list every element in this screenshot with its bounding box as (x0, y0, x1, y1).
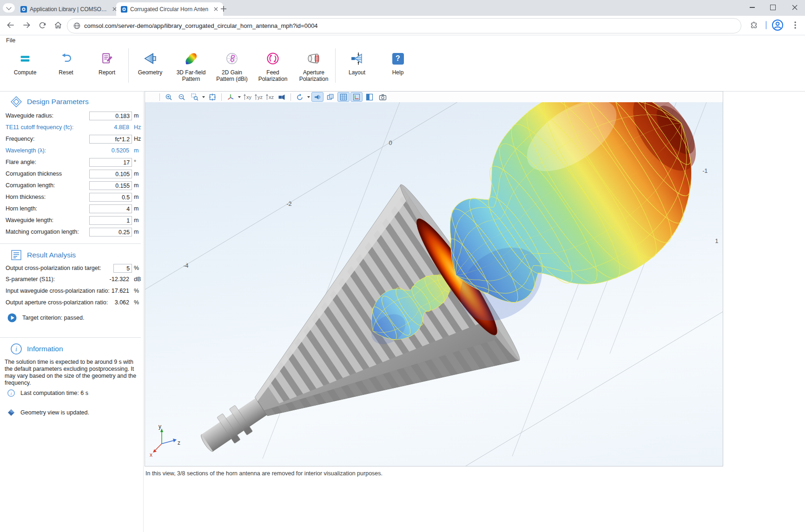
window-maximize-button[interactable] (764, 0, 782, 15)
invert-background-button[interactable] (363, 92, 376, 102)
cross-polarization-target-input[interactable] (113, 264, 132, 273)
param-row: Output cross-polarization ratio target: … (6, 264, 141, 273)
result-row: Output aperture cross-polarization ratio… (6, 298, 141, 308)
default-view-button[interactable] (224, 92, 237, 102)
file-menu[interactable]: File (6, 37, 15, 44)
param-row: Horn thickness: m (6, 193, 141, 202)
panel-divider (143, 91, 144, 532)
param-row: Horn length: m (6, 204, 141, 214)
horn-thickness-input[interactable] (89, 193, 132, 202)
result-analysis-icon (10, 249, 22, 261)
feed-polarization-icon (266, 49, 280, 68)
tab-search-button[interactable] (3, 3, 15, 13)
zoom-extents-icon (209, 93, 216, 101)
url-text: comsol.com/server-demo/app/library_corru… (84, 22, 318, 29)
information-note: The solution time is expected to be arou… (5, 359, 138, 387)
view-xy-button[interactable]: xy (242, 94, 253, 100)
help-button[interactable]: ? Help (377, 46, 418, 87)
rotate-dropdown[interactable] (307, 96, 310, 98)
extensions-button[interactable] (747, 19, 760, 32)
frequency-input[interactable] (89, 135, 132, 144)
report-button[interactable]: Report (86, 46, 127, 87)
transparency-button[interactable] (324, 92, 337, 102)
zoom-in-icon (165, 93, 172, 101)
new-tab-button[interactable] (218, 4, 229, 14)
tab-corrugated-horn[interactable]: Corrugated Circular Horn Anten (116, 2, 223, 16)
zoom-box-dropdown[interactable] (202, 96, 205, 98)
reload-button[interactable] (35, 18, 49, 32)
show-grid-button[interactable] (337, 92, 350, 102)
show-axes-button[interactable] (350, 92, 363, 102)
projection-button[interactable] (276, 92, 288, 102)
graphics-toolbar: xy yz xz (157, 92, 389, 102)
report-icon (100, 49, 113, 68)
compute-button[interactable]: Compute (5, 46, 46, 87)
zoom-in-button[interactable] (163, 92, 175, 102)
info-small-icon: i (7, 389, 15, 397)
corrugation-thickness-input[interactable] (89, 170, 132, 178)
comsol-favicon (20, 6, 27, 13)
forward-icon (22, 20, 31, 30)
browser-menu-button[interactable] (789, 19, 801, 32)
chevron-down-icon (6, 5, 11, 10)
axes-box-icon (353, 93, 360, 101)
svg-text:1: 1 (715, 238, 719, 244)
horn-length-input[interactable] (89, 204, 132, 213)
geometry-diamond-icon (7, 409, 15, 416)
far-field-3d-button[interactable]: 3D Far-field Pattern (171, 46, 211, 87)
zoom-extents-button[interactable] (206, 92, 218, 102)
address-bar[interactable]: comsol.com/server-demo/app/library_corru… (67, 18, 741, 33)
feed-polarization-button[interactable]: Feed Polarization (252, 46, 293, 87)
matching-corrugation-length-input[interactable] (89, 228, 132, 236)
param-row: Frequency: Hz (6, 135, 141, 144)
back-button[interactable] (4, 18, 18, 32)
close-icon (792, 5, 798, 10)
home-button[interactable] (51, 18, 65, 32)
svg-text:-4: -4 (183, 263, 188, 269)
window-close-button[interactable] (785, 0, 804, 15)
waveguide-length-input[interactable] (89, 216, 132, 225)
svg-text:-2: -2 (286, 201, 291, 207)
play-icon (7, 313, 17, 322)
window-minimize-button[interactable] (743, 0, 761, 15)
param-row: TE11 cutoff frequency (fc): 4.8E8 Hz (6, 123, 141, 132)
up-arrow-icon (243, 94, 246, 100)
view-dropdown[interactable] (238, 96, 241, 98)
flare-angle-input[interactable] (89, 158, 132, 167)
svg-text:i: i (11, 391, 12, 396)
waveguide-radius-input[interactable] (89, 112, 132, 120)
param-row: Wavelength (λ): 0.5205 m (6, 146, 141, 156)
camera-icon (379, 93, 387, 101)
help-icon: ? (392, 53, 404, 65)
svg-text:y: y (158, 423, 161, 430)
view-xz-button[interactable]: xz (264, 94, 275, 100)
reset-button[interactable]: Reset (46, 46, 86, 87)
aperture-polarization-icon (307, 49, 321, 68)
param-row: Corrugation thickness m (6, 170, 141, 179)
tab-application-library[interactable]: Application Library | COMSOL S (16, 2, 122, 16)
zoom-out-button[interactable] (176, 92, 188, 102)
gain-pattern-2d-button[interactable]: 2D Gain Pattern (dBi) (211, 46, 252, 87)
layout-icon (350, 49, 364, 68)
snapshot-button[interactable] (376, 92, 389, 102)
view-caption: In this view, 3/8 sections of the horn a… (145, 470, 383, 477)
param-row: Flare angle: ° (6, 158, 141, 167)
reset-icon (59, 49, 73, 68)
section-divider (0, 243, 141, 244)
corrugation-length-input[interactable] (89, 181, 132, 190)
avatar-icon (772, 19, 784, 31)
zoom-box-button[interactable] (189, 92, 201, 102)
site-info-icon[interactable] (73, 22, 80, 29)
show-plot-button[interactable] (311, 92, 323, 102)
toolbar-separator (128, 48, 129, 83)
profile-avatar[interactable] (772, 19, 784, 31)
graphics-3d-view[interactable]: 0 -2 -4 0 -1 1 (145, 102, 723, 466)
result-analysis-header: Result Analysis (10, 249, 76, 261)
forward-button[interactable] (20, 18, 33, 32)
aperture-polarization-button[interactable]: Aperture Polarization (293, 46, 334, 87)
view-yz-button[interactable]: yz (253, 94, 264, 100)
rotate-button[interactable] (294, 92, 306, 102)
far-field-3d-icon (184, 49, 198, 68)
geometry-button[interactable]: Geometry (130, 46, 171, 87)
layout-button[interactable]: Layout (337, 46, 377, 87)
